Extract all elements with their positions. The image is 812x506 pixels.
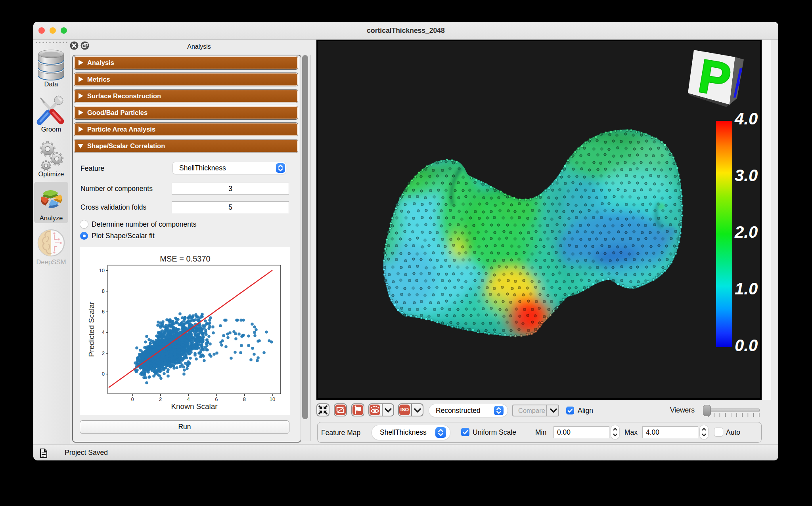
svg-text:4: 4: [187, 396, 190, 402]
svg-text:2: 2: [102, 350, 105, 356]
svg-text:10: 10: [270, 396, 275, 402]
svg-text:0: 0: [102, 371, 105, 377]
svg-text:Predicted Scalar: Predicted Scalar: [87, 302, 96, 357]
svg-text:10: 10: [99, 267, 105, 273]
svg-text:MSE = 0.5370: MSE = 0.5370: [160, 254, 210, 263]
svg-text:2: 2: [159, 396, 162, 402]
svg-text:6: 6: [215, 396, 218, 402]
svg-text:8: 8: [102, 288, 105, 294]
svg-text:0: 0: [131, 396, 134, 402]
svg-text:8: 8: [243, 396, 246, 402]
svg-text:6: 6: [102, 309, 105, 315]
svg-text:Known Scalar: Known Scalar: [171, 402, 218, 411]
svg-text:4: 4: [102, 329, 105, 335]
